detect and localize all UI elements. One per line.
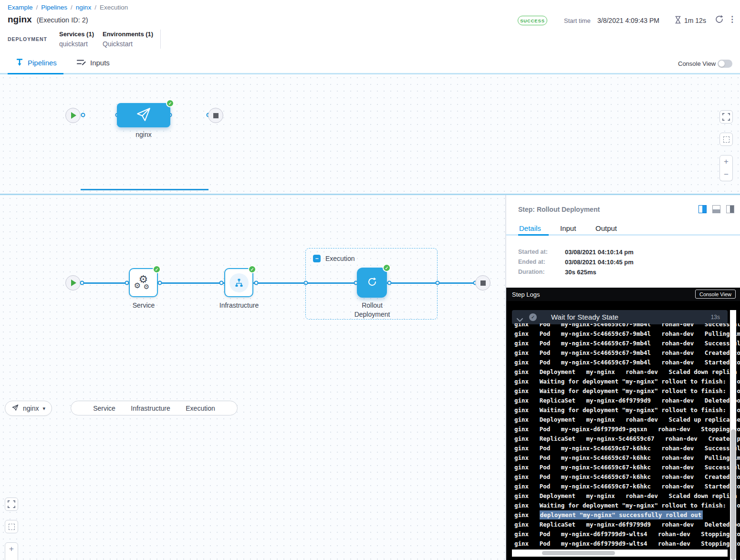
horizontal-scrollbar-thumb[interactable] xyxy=(542,551,615,555)
console-view-toggle[interactable] xyxy=(718,60,732,68)
connector-dot xyxy=(254,281,259,285)
ended-at-value: 03/08/2021 04:10:45 pm xyxy=(565,259,634,266)
stop-icon xyxy=(480,280,486,286)
log-line: ginx Waiting for deployment "my-nginx" r… xyxy=(514,405,740,415)
services-value[interactable]: quickstart xyxy=(59,40,88,48)
log-line: ginx Pod my-nginx-5c46659c67-k6hkc rohan… xyxy=(514,482,740,491)
tab-output[interactable]: Output xyxy=(595,224,617,232)
breadcrumb-separator: / xyxy=(36,4,38,11)
stage-end-node[interactable] xyxy=(208,108,223,123)
tab-pipelines-label: Pipelines xyxy=(28,59,57,67)
gears-icon: ⚙⚙⚙ xyxy=(134,274,153,291)
play-icon xyxy=(71,112,76,119)
canvas-fit-button[interactable] xyxy=(5,520,18,533)
breadcrumb-pipelines[interactable]: Pipelines xyxy=(41,4,67,11)
connector-dot xyxy=(158,281,162,285)
canvas-zoom-in-button[interactable]: + xyxy=(5,542,18,556)
start-time-value: 3/8/2021 4:09:43 PM xyxy=(597,17,659,24)
log-line: ginx ReplicaSet my-nginx-d6f9799d9 rohan… xyxy=(514,396,740,405)
step-logs-bar: Step Logs Console View xyxy=(506,288,740,301)
canvas-zoom-out-button[interactable]: − xyxy=(5,555,18,560)
execution-graph-canvas[interactable]: nginx ▾ Service Infrastructure Execution… xyxy=(0,195,506,560)
canvas-zoom-in-button[interactable]: + xyxy=(719,155,733,168)
log-line: ginx ReplicaSet my-nginx-5c46659c67 roha… xyxy=(514,434,740,444)
deployment-type-label: DEPLOYMENT xyxy=(8,36,47,42)
canvas-fullscreen-button[interactable] xyxy=(5,498,18,511)
duration-value: 30s 625ms xyxy=(565,269,596,276)
log-console[interactable]: ✓ Wait for Steady State 13s ginx Pod my-… xyxy=(506,301,740,560)
log-line: ginx Pod my-nginx-5c46659c67-k6hkc rohan… xyxy=(514,453,740,463)
refresh-icon[interactable] xyxy=(715,15,724,26)
start-time-label: Start time xyxy=(564,17,591,24)
title-row: nginx (Execution ID: 2) xyxy=(8,14,88,25)
execution-start-node[interactable] xyxy=(65,275,81,290)
started-at-value: 03/08/2021 04:10:14 pm xyxy=(565,249,634,256)
stage-node-nginx[interactable]: ✓ xyxy=(117,103,170,127)
inputs-icon xyxy=(77,58,86,67)
log-group-header[interactable]: ✓ Wait for Steady State 13s xyxy=(512,310,728,324)
zoom-out-icon: − xyxy=(724,170,729,179)
node-rollout-deployment[interactable]: ✓ xyxy=(357,268,387,298)
step-panel-title: Step: Rollout Deployment xyxy=(518,206,600,213)
layout-bottom-icon[interactable] xyxy=(712,205,720,213)
stage-selector-label: nginx xyxy=(23,404,39,412)
started-at-label: Started at: xyxy=(518,249,548,255)
stage-selector[interactable]: nginx ▾ xyxy=(5,401,52,416)
node-infrastructure[interactable]: ✓ xyxy=(224,268,253,297)
log-lines[interactable]: ginx Pod my-nginx-5c46659c67-9mb4l rohan… xyxy=(506,323,740,550)
log-line: ginx Pod my-nginx-5c46659c67-9mb4l rohan… xyxy=(514,339,740,348)
log-line: ginx Pod my-nginx-5c46659c67-9mb4l rohan… xyxy=(514,329,740,339)
stage-node-label: nginx xyxy=(117,131,170,138)
pipeline-icon xyxy=(16,58,23,68)
stage-graph-canvas[interactable]: ✓ nginx xyxy=(0,74,740,194)
panel-active-tab-indicator xyxy=(518,234,549,236)
kebab-menu-icon[interactable]: ⋮ xyxy=(728,14,736,24)
tab-input[interactable]: Input xyxy=(560,224,576,232)
environments-value[interactable]: Quickstart xyxy=(103,40,133,48)
canvas-zoom-out-button[interactable]: − xyxy=(719,168,733,181)
hourglass-icon xyxy=(675,16,681,26)
layout-right-icon[interactable] xyxy=(698,205,707,213)
canvas-fit-button[interactable] xyxy=(719,133,733,146)
duration-label: Duration: xyxy=(518,269,545,275)
tab-pipelines[interactable]: Pipelines xyxy=(16,52,57,73)
success-check-badge: ✓ xyxy=(153,265,161,273)
collapse-checkbox-icon[interactable]: − xyxy=(313,255,321,262)
stop-icon xyxy=(213,113,219,118)
node-service[interactable]: ⚙⚙⚙ ✓ xyxy=(129,268,158,297)
breadcrumb-nginx[interactable]: nginx xyxy=(76,4,91,11)
log-line: ginx deployment "my-nginx" successfully … xyxy=(514,510,740,520)
console-view-button[interactable]: Console View xyxy=(695,290,736,299)
execution-end-node[interactable] xyxy=(475,275,490,290)
paper-plane-icon xyxy=(11,404,19,413)
services-label: Services (1) xyxy=(59,31,94,38)
tab-details[interactable]: Details xyxy=(519,224,541,232)
execution-group-label: Execution xyxy=(325,255,354,262)
breadcrumb: Example/Pipelines/nginx/Execution xyxy=(8,4,128,11)
log-line: ginx ReplicaSet my-nginx-d6f9799d9 rohan… xyxy=(514,520,740,529)
log-line: ginx Pod my-nginx-5c46659c67-k6hkc rohan… xyxy=(514,444,740,453)
stage-start-node[interactable] xyxy=(65,108,81,123)
log-line: ginx Deployment my-nginx rohan-dev Scale… xyxy=(514,491,740,501)
breadcrumb-example[interactable]: Example xyxy=(8,4,33,11)
pill-service[interactable]: Service xyxy=(93,404,115,412)
log-line: ginx Pod my-nginx-5c46659c67-9mb4l rohan… xyxy=(514,358,740,367)
breadcrumb-current: Execution xyxy=(100,4,128,11)
stage-connector xyxy=(81,189,208,190)
play-icon xyxy=(71,280,76,286)
vertical-scrollbar-thumb[interactable] xyxy=(731,429,736,560)
zoom-in-icon: + xyxy=(724,157,729,166)
execution-id: (Execution ID: 2) xyxy=(37,16,88,24)
canvas-fullscreen-button[interactable] xyxy=(719,110,733,124)
ended-at-label: Ended at: xyxy=(518,259,545,265)
node-rollout-label-1: Rollout xyxy=(344,301,401,309)
log-group-check-icon: ✓ xyxy=(529,313,537,321)
pill-infrastructure[interactable]: Infrastructure xyxy=(131,404,170,412)
tab-inputs[interactable]: Inputs xyxy=(77,52,110,73)
environments-label: Environments (1) xyxy=(103,31,153,38)
log-line: ginx Waiting for deployment "my-nginx" r… xyxy=(514,386,740,396)
success-check-badge: ✓ xyxy=(248,265,256,273)
connector-dot xyxy=(219,281,224,285)
layout-minimize-icon[interactable] xyxy=(726,205,734,213)
pill-execution[interactable]: Execution xyxy=(186,404,215,412)
